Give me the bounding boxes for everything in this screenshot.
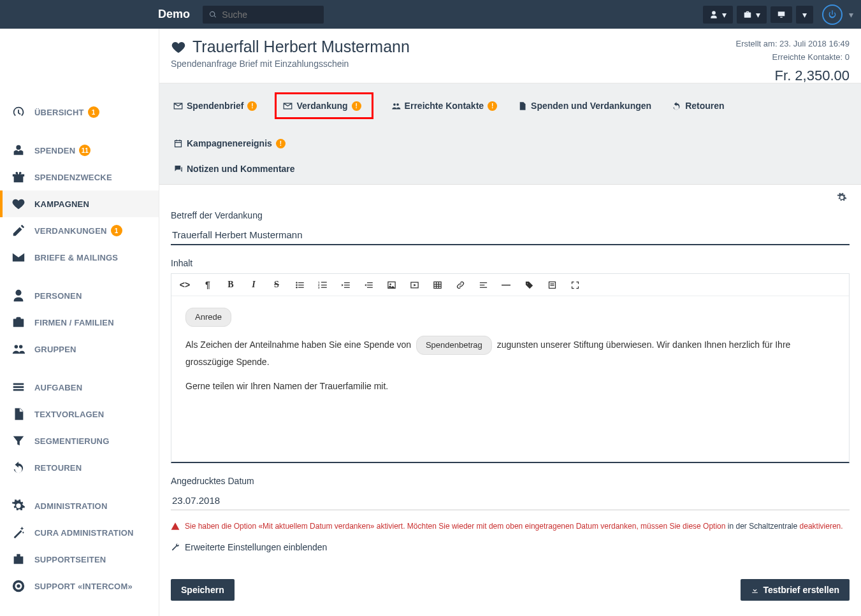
editor-body[interactable]: Anrede Als Zeichen der Anteilnahme haben…	[171, 296, 849, 462]
table-button[interactable]	[431, 279, 443, 290]
sidebar-item-label: KAMPAGNEN	[34, 199, 89, 209]
sidebar-item-segmentierung[interactable]: SEGMENTIERUNG	[0, 427, 159, 454]
power-icon	[827, 10, 837, 20]
sidebar-item-uebersicht[interactable]: ÜBERSICHT 1	[0, 99, 159, 125]
test-letter-button[interactable]: Testbrief erstellen	[741, 579, 850, 601]
sidebar-item-spendenzwecke[interactable]: SPENDENZWECKE	[0, 164, 159, 190]
briefcase-dropdown[interactable]: ▾	[737, 6, 767, 24]
bold-button[interactable]: B	[225, 279, 236, 290]
badge: 1	[111, 225, 122, 236]
token-amount[interactable]: Spendenbetrag	[416, 336, 492, 355]
tab-notizen[interactable]: Notizen und Kommentare	[171, 160, 298, 178]
undo-icon	[11, 461, 25, 475]
user-dropdown[interactable]: ▾	[703, 6, 733, 24]
sidebar-item-verdankungen[interactable]: VERDANKUNGEN 1	[0, 217, 159, 244]
image-button[interactable]	[386, 279, 397, 290]
ordered-list-button[interactable]: 123	[317, 279, 328, 290]
settings-gear-button[interactable]	[837, 192, 847, 204]
strikethrough-button[interactable]: S	[271, 279, 282, 290]
svg-marker-25	[414, 283, 416, 286]
sidebar-item-kampagnen[interactable]: KAMPAGNEN	[0, 190, 159, 217]
save-button[interactable]: Speichern	[171, 579, 235, 601]
content: Trauerfall Herbert Mustermann Spendenanf…	[159, 29, 861, 616]
warning-link[interactable]: deaktivieren.	[800, 522, 843, 531]
sidebar-item-administration[interactable]: ADMINISTRATION	[0, 492, 159, 519]
sidebar-item-briefe[interactable]: BRIEFE & MAILINGS	[0, 244, 159, 271]
subject-input[interactable]	[171, 226, 850, 245]
video-button[interactable]	[409, 279, 420, 290]
svg-rect-35	[550, 283, 554, 284]
gear-icon	[837, 192, 847, 203]
sidebar-item-label: ÜBERSICHT	[34, 108, 84, 117]
advanced-label: Erweiterte Einstellungen einblenden	[185, 542, 327, 552]
italic-button[interactable]: I	[248, 279, 259, 290]
search-box[interactable]	[203, 6, 324, 24]
unordered-list-button[interactable]	[294, 279, 305, 290]
align-button[interactable]	[477, 279, 489, 290]
svg-rect-32	[479, 284, 484, 285]
code-view-button[interactable]: <>	[179, 279, 191, 290]
editor-toolbar: <> ¶ B I S 123 —	[171, 274, 849, 296]
tab-label: Verdankung	[296, 101, 347, 111]
file-icon	[11, 407, 25, 421]
sidebar-item-label: BRIEFE & MAILINGS	[34, 253, 118, 262]
fullscreen-button[interactable]	[569, 279, 581, 290]
filter-icon	[11, 434, 25, 448]
tabs: Spendenbrief Verdankung Erreichte Kontak…	[159, 83, 861, 185]
sidebar-item-label: SEGMENTIERUNG	[34, 436, 109, 446]
rich-editor: <> ¶ B I S 123 —	[171, 273, 850, 463]
warning-badge-icon	[276, 139, 286, 148]
sidebar-item-label: SPENDENZWECKE	[34, 173, 112, 182]
token-salutation[interactable]: Anrede	[185, 308, 231, 327]
sidebar-item-personen[interactable]: PERSONEN	[0, 282, 159, 309]
svg-rect-14	[344, 282, 350, 283]
sidebar-item-label: RETOUREN	[34, 463, 82, 473]
paragraph-button[interactable]: ¶	[202, 279, 213, 290]
sidebar-item-label: AUFGABEN	[34, 383, 82, 392]
svg-point-2	[296, 282, 298, 283]
tab-verdankung[interactable]: Verdankung	[275, 92, 373, 119]
briefcase-icon	[11, 315, 25, 329]
tab-kampagnenereignis[interactable]: Kampagnenereignis	[171, 134, 288, 152]
sidebar-item-supportseiten[interactable]: SUPPORTSEITEN	[0, 546, 159, 573]
tab-spenden-verdankungen[interactable]: Spenden und Verdankungen	[515, 97, 654, 115]
tab-retouren[interactable]: Retouren	[669, 97, 727, 115]
date-input[interactable]	[171, 491, 850, 510]
caret-down-icon: ▾	[802, 10, 807, 20]
svg-rect-15	[344, 284, 350, 285]
wand-icon	[11, 526, 25, 540]
group-icon	[11, 342, 25, 356]
meta-contacts: Erreichte Kontakte: 0	[736, 51, 850, 64]
sidebar-item-firmen[interactable]: FIRMEN / FAMILIEN	[0, 309, 159, 336]
outdent-button[interactable]	[340, 279, 351, 290]
editor-text: Gerne teilen wir Ihren Namen der Trauerf…	[185, 379, 835, 394]
form: Betreff der Verdankung Inhalt <> ¶ B I S…	[159, 185, 861, 565]
tab-spendenbrief[interactable]: Spendenbrief	[171, 97, 259, 115]
sidebar-item-textvorlagen[interactable]: TEXTVORLAGEN	[0, 401, 159, 427]
sidebar-item-label: CURA ADMINISTRATION	[34, 528, 134, 538]
block-button[interactable]	[546, 279, 558, 290]
more-dropdown[interactable]: ▾	[796, 6, 813, 24]
sidebar-item-intercom[interactable]: SUPPORT «INTERCOM»	[0, 573, 159, 599]
sidebar-item-gruppen[interactable]: GRUPPEN	[0, 336, 159, 362]
screen-button[interactable]	[771, 6, 792, 23]
svg-rect-9	[321, 282, 327, 282]
tab-kontakte[interactable]: Erreichte Kontakte	[389, 97, 500, 115]
indent-button[interactable]	[363, 279, 374, 290]
power-button[interactable]	[822, 4, 843, 25]
link-button[interactable]	[454, 279, 466, 290]
caret-down-icon[interactable]: ▾	[849, 10, 853, 20]
sidebar-item-aufgaben[interactable]: AUFGABEN	[0, 374, 159, 401]
search-input[interactable]	[222, 10, 317, 20]
tag-button[interactable]	[523, 279, 535, 290]
hamburger-icon[interactable]	[8, 7, 18, 22]
sidebar-item-label: FIRMEN / FAMILIEN	[34, 318, 114, 327]
calendar-icon	[173, 139, 183, 148]
sidebar-item-cura-admin[interactable]: CURA ADMINISTRATION	[0, 519, 159, 546]
sidebar-item-spenden[interactable]: SPENDEN 11	[0, 137, 159, 164]
footer: Speichern Testbrief erstellen	[159, 565, 861, 616]
advanced-settings-toggle[interactable]: Erweiterte Einstellungen einblenden	[171, 542, 850, 552]
sidebar-item-retouren[interactable]: RETOUREN	[0, 454, 159, 481]
hr-button[interactable]: —	[500, 279, 512, 290]
caret-down-icon: ▾	[722, 10, 727, 20]
